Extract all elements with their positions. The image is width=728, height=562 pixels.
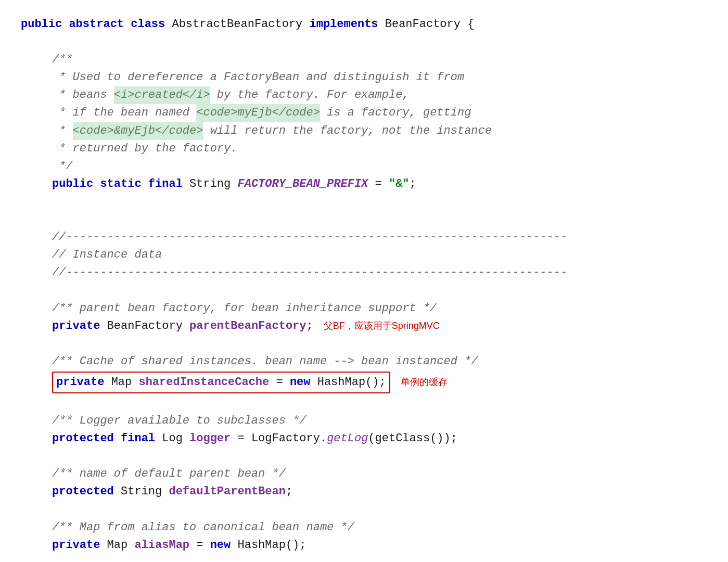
field-parent-bf-name: parentBeanFactory: [189, 317, 306, 335]
javadoc-post3: is a factory, getting: [320, 104, 471, 122]
empty-line-7: [21, 448, 707, 465]
cache-field-box: private Map sharedInstanceCache = new Ha…: [52, 372, 390, 393]
default-parent-field-line: protected String defaultParentBean ;: [21, 483, 707, 501]
javadoc-pre4: *: [52, 122, 73, 140]
separator-text1: //--------------------------------------…: [52, 228, 567, 246]
alias-field-line: private Map aliasMap = new HashMap();: [21, 537, 707, 554]
javadoc-pre3: * if the bean named: [52, 104, 196, 122]
empty-line-5: [21, 335, 707, 353]
kw-abstract: abstract: [69, 16, 124, 33]
alias-javadoc-line: /** Map from alias to canonical bean nam…: [21, 519, 707, 537]
field-factory-bean-value: "&": [389, 175, 410, 193]
javadoc-highlight3: <code>myEjb</code>: [196, 104, 320, 122]
javadoc-text1: * Used to dereference a FactoryBean and …: [52, 69, 464, 86]
kw-private2: private: [56, 376, 104, 389]
cache-javadoc-line: /** Cache of shared instances. bean name…: [21, 353, 707, 371]
kw-private3: private: [52, 537, 100, 554]
empty-line-1: [21, 33, 707, 51]
javadoc-line4: * <code>&myEjb</code> will return the fa…: [21, 122, 707, 140]
kw-final2: final: [121, 430, 155, 448]
javadoc-pre2: * beans: [52, 86, 114, 104]
field-logger-name: logger: [189, 430, 231, 448]
javadoc-open-line: /**: [21, 51, 707, 69]
default-parent-javadoc-line: /** name of default parent bean */: [21, 465, 707, 483]
method-getlog: getLog: [327, 430, 368, 448]
kw-public: public: [21, 16, 62, 33]
javadoc-line1: * Used to dereference a FactoryBean and …: [21, 69, 707, 86]
default-parent-javadoc: /** name of default parent bean */: [52, 465, 286, 483]
field-alias-name: aliasMap: [134, 537, 189, 554]
kw-static: static: [100, 175, 141, 193]
empty-line-3: [21, 211, 707, 228]
annotation-cache: 单例的缓存: [401, 375, 448, 390]
javadoc-line5: * returned by the factory.: [21, 140, 707, 158]
field-factory-bean-prefix-line: public static final String FACTORY_BEAN_…: [21, 175, 707, 193]
javadoc-post2: by the factory. For example,: [210, 86, 410, 104]
instance-data-comment: // Instance data: [52, 246, 162, 264]
kw-protected2: protected: [52, 483, 114, 501]
kw-protected1: protected: [52, 430, 114, 448]
code-view: public abstract class AbstractBeanFactor…: [21, 16, 707, 554]
annotation-parent-bf: 父BF，应该用于SpringMVC: [324, 319, 440, 334]
empty-line-8: [21, 501, 707, 519]
alias-javadoc: /** Map from alias to canonical bean nam…: [52, 519, 354, 537]
separator-text2: //--------------------------------------…: [52, 264, 567, 282]
cache-javadoc: /** Cache of shared instances. bean name…: [52, 353, 478, 371]
javadoc-highlight2: <i>created</i>: [114, 86, 210, 104]
javadoc-text5: * returned by the factory.: [52, 140, 237, 158]
logger-javadoc: /** Logger available to subclasses */: [52, 412, 306, 430]
parent-bean-factory-javadoc-line: /** parent bean factory, for bean inheri…: [21, 300, 707, 317]
field-default-parent-name: defaultParentBean: [169, 483, 285, 501]
field-factory-bean-name: FACTORY_BEAN_PREFIX: [237, 175, 368, 193]
kw-new1: new: [290, 376, 311, 389]
parent-bean-factory-field-line: private BeanFactory parentBeanFactory ; …: [21, 317, 707, 335]
kw-final: final: [148, 175, 183, 193]
javadoc-line3: * if the bean named <code>myEjb</code> i…: [21, 104, 707, 122]
empty-line-4: [21, 282, 707, 299]
field-cache-name: sharedInstanceCache: [138, 376, 269, 389]
javadoc-open: /**: [52, 51, 73, 69]
javadoc-line2: * beans <i>created</i> by the factory. F…: [21, 86, 707, 104]
kw-public2: public: [52, 175, 93, 193]
parent-bf-javadoc: /** parent bean factory, for bean inheri…: [52, 300, 437, 317]
javadoc-close-line: */: [21, 158, 707, 175]
instance-data-comment-line: // Instance data: [21, 246, 707, 264]
kw-private1: private: [52, 317, 100, 335]
separator-line1: //--------------------------------------…: [21, 228, 707, 246]
logger-javadoc-line: /** Logger available to subclasses */: [21, 412, 707, 430]
kw-new2: new: [210, 537, 231, 554]
empty-line-6: [21, 394, 707, 412]
kw-class: class: [131, 16, 165, 33]
empty-line-2: [21, 193, 707, 211]
separator-line2: //--------------------------------------…: [21, 264, 707, 282]
kw-implements: implements: [310, 16, 378, 33]
logger-field-line: protected final Log logger = LogFactory.…: [21, 430, 707, 448]
javadoc-highlight4: <code>&myEjb</code>: [73, 122, 203, 140]
javadoc-close: */: [52, 158, 73, 175]
javadoc-post4: will return the factory, not the instanc…: [203, 122, 492, 140]
cache-field-line: private Map sharedInstanceCache = new Ha…: [21, 372, 707, 393]
class-declaration-line: public abstract class AbstractBeanFactor…: [21, 16, 707, 33]
